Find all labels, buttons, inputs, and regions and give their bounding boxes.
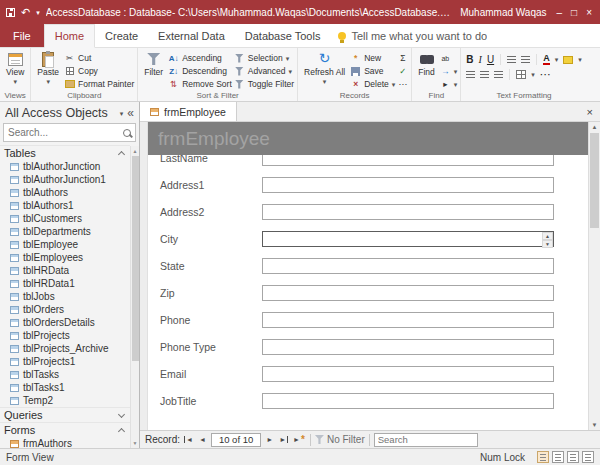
tab-external-data[interactable]: External Data: [148, 24, 235, 47]
field-input[interactable]: [262, 393, 554, 409]
navigation-search-box[interactable]: [3, 123, 136, 142]
totals-button[interactable]: Σ: [397, 52, 408, 64]
sidebar-item-form[interactable]: frmAuthors: [0, 437, 130, 448]
copy-button[interactable]: Copy: [64, 65, 134, 77]
delete-record-button[interactable]: × Delete ▾: [350, 78, 395, 90]
paste-button[interactable]: Paste ▾: [34, 50, 62, 86]
tab-create[interactable]: Create: [95, 24, 148, 47]
field-input[interactable]: [262, 285, 554, 301]
sidebar-item-table[interactable]: tblEmployee: [0, 238, 130, 251]
pane-menu-dropdown-icon[interactable]: ▾: [120, 110, 124, 117]
sidebar-item-table[interactable]: tblAuthorJunction1: [0, 173, 130, 186]
format-painter-button[interactable]: Format Painter: [64, 78, 134, 90]
remove-sort-button[interactable]: ⇅ Remove Sort: [168, 78, 232, 90]
spelling-button[interactable]: ✓: [397, 65, 408, 77]
bullet-list-button[interactable]: [507, 56, 516, 64]
spin-up-icon[interactable]: ▲: [542, 232, 553, 240]
qat-customize-icon[interactable]: ▾: [36, 9, 40, 16]
previous-record-button[interactable]: ◄: [198, 436, 207, 443]
refresh-all-button[interactable]: ↻ Refresh All ▾: [301, 50, 348, 86]
descending-button[interactable]: Z↓ Descending: [168, 65, 232, 77]
sidebar-scrollbar[interactable]: ▲ ▼: [130, 146, 139, 448]
bold-button[interactable]: B: [466, 54, 473, 65]
first-record-button[interactable]: ◄: [184, 436, 194, 443]
next-record-button[interactable]: ►: [265, 436, 274, 443]
datasheet-view-icon[interactable]: [552, 451, 564, 463]
new-blank-record-button[interactable]: ►*: [292, 434, 306, 445]
tab-database-tools[interactable]: Database Tools: [235, 24, 331, 47]
record-search-input[interactable]: [374, 433, 478, 447]
close-icon[interactable]: ×: [586, 7, 592, 18]
textbox-scrollbar[interactable]: ▲ ▼: [542, 232, 553, 246]
sidebar-item-table[interactable]: tblAuthors: [0, 186, 130, 199]
highlight-color-button[interactable]: [563, 56, 573, 64]
sidebar-item-table[interactable]: tblAuthors1: [0, 199, 130, 212]
sidebar-item-table[interactable]: tblProjects: [0, 329, 130, 342]
section-header-forms[interactable]: Forms: [0, 422, 130, 437]
navigation-pane-title[interactable]: All Access Objects: [5, 106, 116, 120]
sidebar-item-table[interactable]: tblHRData: [0, 264, 130, 277]
sidebar-item-table[interactable]: tblProjects_Archive: [0, 342, 130, 355]
shutter-bar-close-icon[interactable]: «: [127, 106, 134, 120]
view-button[interactable]: View ▾: [3, 50, 27, 86]
cut-button[interactable]: ✂ Cut: [64, 52, 134, 64]
maximize-icon[interactable]: □: [571, 7, 577, 18]
field-input[interactable]: [262, 155, 554, 166]
navigation-search-input[interactable]: [8, 127, 120, 138]
goto-button[interactable]: → ▾: [440, 65, 458, 77]
font-color-button[interactable]: A: [543, 54, 550, 65]
advanced-button[interactable]: Advanced ▾: [234, 65, 294, 77]
field-input[interactable]: [262, 177, 554, 193]
align-right-button[interactable]: [494, 71, 503, 79]
layout-view-icon[interactable]: [567, 451, 579, 463]
scrollbar-thumb[interactable]: [132, 156, 139, 361]
sidebar-item-table[interactable]: tblDepartments: [0, 225, 130, 238]
current-record-box[interactable]: 10 of 10: [211, 433, 261, 447]
replace-button[interactable]: ab: [440, 52, 458, 64]
ascending-button[interactable]: A↓ Ascending: [168, 52, 232, 64]
save-icon[interactable]: [6, 8, 15, 17]
field-input[interactable]: [262, 204, 554, 220]
find-button[interactable]: Find: [415, 50, 438, 78]
field-input[interactable]: [262, 339, 554, 355]
sidebar-item-table[interactable]: tblHRData1: [0, 277, 130, 290]
sidebar-item-table[interactable]: tblTasks1: [0, 381, 130, 394]
scrollbar-thumb[interactable]: [590, 133, 599, 228]
form-view-icon[interactable]: [537, 451, 549, 463]
sidebar-item-table[interactable]: tblOrders: [0, 303, 130, 316]
sidebar-item-table[interactable]: tblTasks: [0, 368, 130, 381]
save-record-button[interactable]: Save: [350, 65, 395, 77]
sidebar-item-table[interactable]: tblOrdersDetails: [0, 316, 130, 329]
undo-icon[interactable]: ↶: [21, 7, 30, 18]
select-button[interactable]: ▸ ▾: [440, 78, 458, 90]
more-formatting-button[interactable]: ⋯: [540, 68, 551, 81]
tab-home[interactable]: Home: [44, 24, 95, 48]
field-input[interactable]: [262, 258, 554, 274]
sidebar-item-table[interactable]: tblAuthorJunction: [0, 160, 130, 173]
document-close-icon[interactable]: ×: [580, 102, 600, 121]
numbered-list-button[interactable]: [521, 56, 530, 64]
spin-down-icon[interactable]: ▼: [542, 240, 553, 248]
tab-file[interactable]: File: [0, 24, 44, 47]
more-records-button[interactable]: ⋯: [397, 78, 408, 90]
sidebar-item-table[interactable]: Temp2: [0, 394, 130, 407]
last-record-button[interactable]: ►: [278, 436, 288, 443]
section-header-queries[interactable]: Queries: [0, 407, 130, 422]
new-record-button[interactable]: * New: [350, 52, 395, 64]
tell-me-box[interactable]: Tell me what you want to do: [338, 24, 487, 47]
selection-button[interactable]: Selection ▾: [234, 52, 294, 64]
sidebar-item-table[interactable]: tblCustomers: [0, 212, 130, 225]
field-input[interactable]: [262, 312, 554, 328]
scroll-up-icon[interactable]: ▲: [133, 146, 138, 156]
gridlines-button[interactable]: [516, 70, 526, 79]
filter-status-button[interactable]: No Filter: [315, 434, 365, 445]
form-vertical-scrollbar[interactable]: ▲ ▼: [588, 122, 600, 430]
sidebar-item-table[interactable]: tblProjects1: [0, 355, 130, 368]
filter-button[interactable]: Filter: [141, 50, 166, 78]
section-header-tables[interactable]: Tables: [0, 145, 130, 160]
design-view-icon[interactable]: [582, 451, 594, 463]
signed-in-user[interactable]: Muhammad Waqas: [460, 7, 546, 18]
sidebar-item-table[interactable]: tblEmployees: [0, 251, 130, 264]
toggle-filter-button[interactable]: Toggle Filter: [234, 78, 294, 90]
italic-button[interactable]: I: [479, 54, 482, 65]
